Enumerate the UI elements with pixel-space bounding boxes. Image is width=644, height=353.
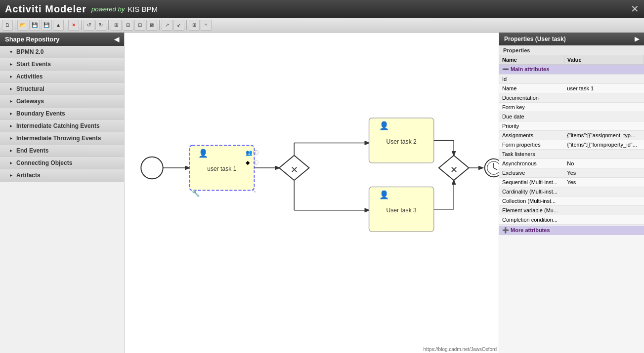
properties-subheader: Properties — [499, 45, 644, 55]
sidebar-section-header-boundary-events[interactable]: ▸ Boundary Events — [0, 108, 124, 119]
prop-name-cell: Collection (Multi-inst... — [499, 196, 564, 206]
start-events-arrow: ▸ — [10, 62, 12, 67]
delete-button[interactable]: ✕ — [68, 20, 79, 31]
svg-text:User task 3: User task 3 — [386, 207, 417, 214]
artifacts-arrow: ▸ — [10, 173, 12, 178]
toolbar-sep-1 — [15, 20, 15, 30]
svg-text:⤡: ⤡ — [252, 189, 256, 194]
undo-button[interactable]: ↺ — [84, 20, 94, 31]
table-row[interactable]: Form properties{"items":[{"formproperty_… — [499, 140, 644, 150]
prop-value-cell[interactable]: Yes — [564, 178, 644, 187]
prop-value-cell[interactable]: {"items":[{"assignment_typ... — [564, 131, 644, 140]
new-button[interactable]: 🗋 — [2, 20, 13, 31]
grid-button[interactable]: ⊞ — [189, 20, 200, 31]
sidebar-section-header-intermediate-throwing[interactable]: ▸ Intermediate Throwing Events — [0, 132, 124, 144]
table-row[interactable]: Element variable (Mu... — [499, 206, 644, 215]
sidebar-section-header-gateways[interactable]: ▸ Gateways — [0, 95, 124, 107]
bpmn20-arrow: ▾ — [10, 49, 12, 54]
table-row[interactable]: AsynchronousNo — [499, 159, 644, 168]
sidebar-section-gateways: ▸ Gateways — [0, 95, 124, 108]
sidebar-section-header-start-events[interactable]: ▸ Start Events — [0, 58, 124, 70]
table-row[interactable]: Priority — [499, 121, 644, 131]
toolbar-sep-4 — [108, 20, 109, 30]
table-row[interactable]: Form key — [499, 103, 644, 112]
table-row[interactable]: Nameuser task 1 — [499, 84, 644, 93]
sidebar-section-artifacts: ▸ Artifacts — [0, 169, 124, 182]
intermediate-catching-label: Intermediate Catching Events — [16, 122, 100, 129]
prop-value-cell[interactable] — [564, 196, 644, 206]
prop-value-cell[interactable]: {"items":[{"formproperty_id"... — [564, 140, 644, 150]
gateways-label: Gateways — [16, 98, 44, 105]
table-row[interactable]: Collection (Multi-inst... — [499, 196, 644, 206]
upload-button[interactable]: ▲ — [53, 20, 64, 31]
prop-value-cell[interactable] — [564, 206, 644, 215]
sidebar-section-header-end-events[interactable]: ▸ End Events — [0, 145, 124, 157]
sidebar-section-header-structural[interactable]: ▸ Structural — [0, 83, 124, 95]
start-event-shape[interactable] — [141, 157, 163, 179]
open-button[interactable]: 📂 — [17, 20, 28, 31]
sidebar-section-intermediate-catching: ▸ Intermediate Catching Events — [0, 120, 124, 132]
app-title: Activiti Modeler — [5, 3, 86, 15]
intermediate-throwing-arrow: ▸ — [10, 136, 12, 141]
saveas-button[interactable]: 💾 — [41, 20, 52, 31]
table-row[interactable]: Sequential (Multi-inst...Yes — [499, 178, 644, 187]
structural-arrow: ▸ — [10, 86, 12, 91]
prop-value-cell[interactable] — [564, 187, 644, 196]
sidebar-section-header-activities[interactable]: ▸ Activities — [0, 71, 124, 82]
export-button[interactable]: ↗ — [162, 20, 172, 31]
intermediate-catching-arrow: ▸ — [10, 123, 12, 128]
table-row[interactable]: Cardinality (Multi-inst... — [499, 187, 644, 196]
table-row[interactable]: Id — [499, 75, 644, 84]
app-brand: KIS BPM — [128, 5, 158, 13]
close-button[interactable]: ✕ — [631, 3, 639, 15]
sidebar-section-end-events: ▸ End Events — [0, 145, 124, 157]
sidebar-collapse-icon[interactable]: ◀ — [114, 36, 119, 43]
properties-expand-icon[interactable]: ▶ — [635, 36, 639, 42]
prop-value-cell[interactable] — [564, 93, 644, 103]
prop-value-cell[interactable] — [564, 150, 644, 159]
canvas-area[interactable]: 👤 user task 1 👥 ⓘ ◆ ⓘ 🔧 ⤡ ✕ 👤 — [125, 33, 499, 353]
toolbar-sep-3 — [81, 20, 82, 30]
table-row[interactable]: Due date — [499, 112, 644, 121]
toolbar-sep-5 — [159, 20, 160, 30]
sidebar-section-header-connecting-objects[interactable]: ▸ Connecting Objects — [0, 157, 124, 169]
sidebar-section-header-artifacts[interactable]: ▸ Artifacts — [0, 169, 124, 181]
artifacts-label: Artifacts — [16, 172, 41, 179]
table-row[interactable]: ExclusiveYes — [499, 168, 644, 178]
url-display: https://blog.cadm.net/JawsOxford — [424, 347, 497, 352]
main-attributes-row: ➖ Main attributes — [499, 65, 644, 75]
prop-value-cell[interactable] — [564, 215, 644, 225]
prop-name-cell: Documentation — [499, 93, 564, 103]
fit-all-button[interactable]: ⊡ — [134, 20, 145, 31]
table-row[interactable]: Assignments{"items":[{"assignment_typ... — [499, 131, 644, 140]
connecting-objects-label: Connecting Objects — [16, 159, 72, 166]
redo-button[interactable]: ↻ — [95, 20, 106, 31]
prop-name-cell: Form key — [499, 103, 564, 112]
svg-text:✕: ✕ — [291, 165, 298, 175]
save-button[interactable]: 💾 — [29, 20, 40, 31]
prop-value-cell[interactable] — [564, 103, 644, 112]
table-row[interactable]: Documentation — [499, 93, 644, 103]
prop-value-cell[interactable] — [564, 75, 644, 84]
sidebar-section-header-intermediate-catching[interactable]: ▸ Intermediate Catching Events — [0, 120, 124, 132]
prop-name-cell: Name — [499, 84, 564, 93]
status-bar: https://blog.cadm.net/JawsOxford — [422, 346, 499, 353]
prop-value-cell[interactable]: No — [564, 159, 644, 168]
import-button[interactable]: ↙ — [173, 20, 184, 31]
zoom-in-button[interactable]: ⊞ — [111, 20, 122, 31]
app-subtitle: powered by — [91, 5, 125, 13]
svg-text:ⓘ: ⓘ — [253, 150, 258, 156]
prop-value-cell[interactable] — [564, 121, 644, 131]
properties-title: Properties (User task) — [504, 36, 566, 42]
prop-value-cell[interactable]: Yes — [564, 168, 644, 178]
sidebar-section-header-bpmn20[interactable]: ▾ BPMN 2.0 — [0, 46, 124, 58]
more-attributes-row: ➕ More attributes — [499, 226, 644, 235]
prop-value-cell[interactable] — [564, 112, 644, 121]
table-row[interactable]: Completion condition... — [499, 215, 644, 225]
zoom-100-button[interactable]: ⊠ — [146, 20, 157, 31]
zoom-out-button[interactable]: ⊟ — [123, 20, 133, 31]
structural-label: Structural — [16, 85, 44, 92]
table-row[interactable]: Task listeners — [499, 150, 644, 159]
prop-value-cell[interactable]: user task 1 — [564, 84, 644, 93]
list-button[interactable]: ≡ — [201, 20, 212, 31]
